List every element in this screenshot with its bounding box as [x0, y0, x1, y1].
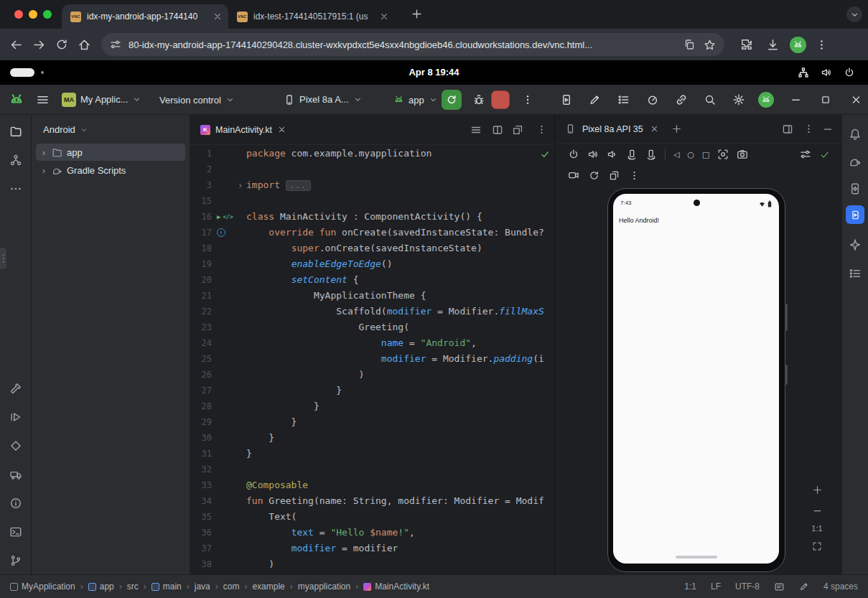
more-tool-windows-icon[interactable] [9, 182, 22, 195]
compose-gutter-icon[interactable]: </> [223, 209, 233, 225]
line-number[interactable]: 1 [190, 146, 212, 162]
line-number[interactable]: 2 [190, 162, 212, 177]
breadcrumb-item[interactable]: src [127, 581, 139, 592]
reset-icon[interactable] [589, 170, 599, 181]
structure-icon[interactable] [849, 267, 862, 280]
device-mirror-icon[interactable] [560, 93, 573, 106]
android-overview-icon[interactable]: □ [702, 150, 709, 159]
line-ending[interactable]: LF [711, 581, 721, 592]
line-number[interactable]: 35 [190, 509, 212, 525]
expand-chevron-icon[interactable]: › [40, 147, 47, 158]
search-icon[interactable] [704, 93, 717, 106]
line-number[interactable]: 15 [190, 193, 212, 209]
code-line[interactable]: 3›import ... [190, 177, 554, 193]
downloads-icon[interactable] [766, 38, 780, 52]
code-line[interactable]: 24 name = "Android", [190, 335, 554, 351]
breadcrumb-item[interactable]: myapplication [298, 581, 350, 592]
line-number[interactable]: 19 [190, 256, 212, 272]
line-number[interactable]: 26 [190, 367, 212, 383]
breadcrumb-item[interactable]: main [151, 581, 182, 592]
home-icon[interactable] [78, 38, 91, 52]
breadcrumb-item[interactable]: java [195, 581, 210, 592]
bookmark-star-icon[interactable] [704, 39, 716, 51]
settings-gear-icon[interactable] [732, 93, 745, 106]
panel-more-icon[interactable] [803, 123, 814, 134]
code-line[interactable]: 34fun Greeting(name: String, modifier: M… [190, 493, 554, 509]
code-line[interactable]: 18 super.onCreate(savedInstanceState) [190, 240, 554, 256]
line-number[interactable]: 29 [190, 414, 212, 430]
line-number[interactable]: 20 [190, 272, 212, 288]
override-gutter-icon[interactable]: ↑ [217, 228, 225, 237]
project-tool-icon[interactable] [9, 125, 22, 138]
code-line[interactable]: 35 Text( [190, 509, 554, 525]
screenshot-icon[interactable] [717, 149, 729, 160]
indent-setting[interactable]: 4 spaces [823, 581, 858, 592]
tab-close-icon[interactable] [650, 124, 659, 134]
line-number[interactable]: 34 [190, 493, 212, 509]
forward-icon[interactable] [32, 38, 46, 52]
emulator-screen[interactable]: 7:43 Hello Android! [613, 194, 779, 564]
screen-record-icon[interactable] [568, 169, 579, 181]
code-line[interactable]: 20 setContent { [190, 272, 554, 288]
code-line[interactable]: 32 [190, 462, 554, 477]
line-number[interactable]: 24 [190, 335, 212, 351]
encoding[interactable]: UTF-8 [735, 581, 760, 592]
reader-mode-icon[interactable] [774, 581, 785, 592]
insights-icon[interactable] [675, 93, 688, 106]
rotate-left-icon[interactable] [626, 149, 638, 160]
line-number[interactable]: 32 [190, 462, 212, 477]
line-number[interactable]: 21 [190, 288, 212, 304]
problems-icon[interactable] [9, 497, 22, 510]
stop-button[interactable] [491, 90, 510, 109]
vcs-widget[interactable]: Version control [159, 94, 235, 105]
snapshots-icon[interactable] [609, 170, 620, 181]
network-tree-icon[interactable] [798, 67, 809, 78]
android-back-icon[interactable]: ◁ [673, 150, 679, 159]
breadcrumb-item[interactable]: example [252, 581, 284, 592]
tree-item-app[interactable]: › app [36, 144, 185, 161]
code-line[interactable]: 15 [190, 193, 554, 209]
line-number[interactable]: 3 [190, 177, 212, 193]
stripe-drag-handle[interactable] [0, 248, 6, 269]
code-line[interactable]: 2 [190, 162, 554, 177]
line-number[interactable]: 16 [190, 209, 212, 225]
run-tool-icon[interactable] [9, 411, 22, 424]
browser-profile-avatar[interactable] [790, 37, 806, 53]
breadcrumb-item[interactable]: com [223, 581, 240, 592]
site-settings-icon[interactable] [110, 39, 121, 50]
editor-tab-mainactivity[interactable]: K MainActivity.kt [190, 115, 294, 144]
line-number[interactable]: 30 [190, 430, 212, 446]
line-number[interactable]: 23 [190, 319, 212, 335]
caret-position[interactable]: 1:1 [684, 581, 696, 592]
code-line[interactable]: 19 enableEdgeToEdge() [190, 256, 554, 272]
notifications-icon[interactable] [849, 128, 862, 141]
tab-close-icon[interactable] [277, 125, 286, 134]
terminal-icon[interactable] [9, 525, 22, 538]
line-number[interactable]: 28 [190, 398, 212, 414]
main-menu-icon[interactable] [36, 93, 50, 106]
line-number[interactable]: 17 [190, 225, 212, 240]
gesture-nav-pill[interactable] [676, 556, 717, 559]
code-line[interactable]: 27 } [190, 383, 554, 398]
expand-chevron-icon[interactable]: › [40, 165, 47, 176]
code-line[interactable]: 25 modifier = Modifier.padding(i [190, 351, 554, 367]
run-gutter-icon[interactable]: ▶ [217, 209, 220, 225]
url-text[interactable]: 80-idx-my-android-app-1744140290428.clus… [129, 39, 675, 50]
layout-icon[interactable] [782, 123, 793, 135]
volume-up-icon[interactable] [587, 149, 599, 160]
macos-close-button[interactable] [14, 10, 23, 19]
code-lines[interactable]: 1package com.example.myapplication23›imp… [190, 146, 554, 572]
reload-icon[interactable] [55, 38, 68, 51]
new-tab-icon[interactable] [411, 8, 423, 20]
tree-item-gradle-scripts[interactable]: › Gradle Scripts [36, 162, 185, 179]
code-line[interactable]: 23 Greeting( [190, 319, 554, 335]
editor-more-icon[interactable] [536, 124, 547, 135]
tab-close-icon[interactable] [213, 11, 223, 22]
rotate-right-icon[interactable] [645, 149, 657, 160]
build-variants-icon[interactable] [9, 439, 22, 452]
window-close-icon[interactable] [850, 93, 862, 106]
debug-icon[interactable] [472, 93, 485, 106]
back-icon[interactable] [9, 38, 23, 52]
hide-panel-icon[interactable] [822, 123, 834, 135]
detach-editor-icon[interactable] [512, 124, 523, 136]
